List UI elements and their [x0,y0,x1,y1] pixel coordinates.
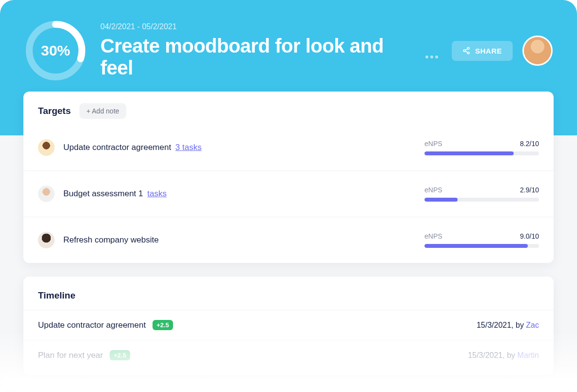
metric-label: eNPS [424,140,442,148]
targets-title: Targets [38,106,71,116]
svg-point-3 [463,50,465,52]
metric-block: eNPS 8.2/10 [424,140,539,155]
svg-line-6 [465,51,468,53]
svg-point-2 [467,47,469,49]
timeline-date: 15/3/2021 [468,351,502,359]
timeline-row[interactable]: Update contractor agreement +2.5 15/3/20… [23,310,554,340]
avatar [38,232,55,248]
progress-percent: 30% [24,19,87,82]
share-label: SHARE [475,47,502,55]
delta-badge: +2.5 [153,320,173,330]
timeline-card: Timeline Update contractor agreement +2.… [23,277,554,375]
metric-block: eNPS 9.0/10 [424,232,539,248]
metric-value: 2.9/10 [520,186,539,194]
user-avatar[interactable] [522,36,553,66]
timeline-title: Timeline [23,277,554,310]
timeline-author[interactable]: Zac [526,321,539,329]
avatar [38,139,55,156]
metric-label: eNPS [424,232,442,240]
target-row[interactable]: Refresh company website eNPS 9.0/10 [23,217,554,263]
share-icon [462,47,470,55]
page-title: Create moodboard for look and feel [100,35,417,79]
share-button[interactable]: SHARE [452,41,513,61]
svg-line-5 [465,49,468,50]
target-name: Refresh company website [63,235,159,244]
svg-point-4 [467,52,469,54]
delta-badge: +2.5 [110,350,130,360]
target-name: Budget assessment 1 [63,189,143,198]
tasks-link[interactable]: tasks [147,189,167,198]
target-row[interactable]: Budget assessment 1 tasks eNPS 2.9/10 [23,171,554,217]
timeline-row[interactable]: Plan for next year +2.5 15/3/2021, by Ma… [23,340,554,370]
date-range: 04/2/2021 - 05/2/2021 [100,22,438,31]
tasks-link[interactable]: 3 tasks [175,143,202,152]
target-row[interactable]: Update contractor agreement 3 tasks eNPS… [23,125,554,171]
timeline-author[interactable]: Martin [518,351,539,359]
timeline-item-name: Update contractor agreement [38,320,146,330]
timeline-item-name: Plan for next year [38,351,103,360]
metric-value: 9.0/10 [520,232,539,240]
target-name: Update contractor agreement [63,143,171,152]
more-icon[interactable] [425,56,438,58]
avatar [38,186,55,202]
metric-label: eNPS [424,186,442,194]
progress-ring: 30% [24,19,87,82]
metric-block: eNPS 2.9/10 [424,186,539,202]
targets-card: Targets + Add note Update contractor agr… [23,92,554,263]
timeline-date: 15/3/2021 [477,321,511,329]
metric-value: 8.2/10 [520,140,539,148]
add-note-button[interactable]: + Add note [79,103,126,119]
